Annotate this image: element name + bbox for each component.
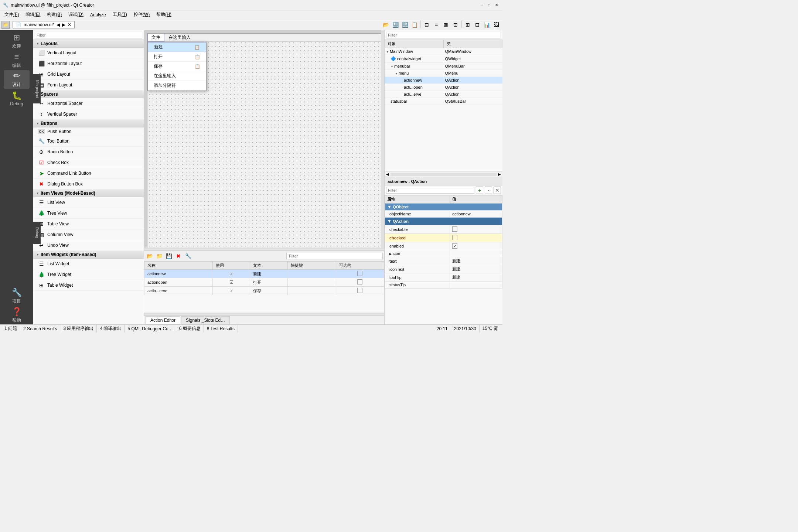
canvas-vscroll[interactable] [381,30,384,250]
status-search[interactable]: 2 Search Results [20,325,60,332]
toolbar-btn-9[interactable]: ⊞ [463,20,472,29]
status-compile[interactable]: 4 编译输出 [97,325,125,332]
tree-row-actionnew[interactable]: actionnew QAction [385,77,502,84]
menu-edit[interactable]: 编辑(E) [23,11,43,18]
left-icon-welcome[interactable]: ⊞ 欢迎 [4,32,30,50]
fifth-project-tab[interactable]: fifth project [33,74,41,103]
widget-filter-input[interactable] [35,32,142,38]
widget-dialog-button[interactable]: ✖ Dialog Button Box [33,179,144,190]
widget-form-layout[interactable]: ▤ Form Layout [33,80,144,91]
category-buttons[interactable]: Buttons [33,120,144,127]
dropdown-item-new[interactable]: 新建 📋 [148,42,206,52]
widget-table-view[interactable]: ⊞ Table View [33,219,144,229]
widget-horizontal-spacer[interactable]: ↔ Horizontal Spacer [33,98,144,109]
props-value-statustip[interactable] [450,282,502,289]
action-used-open[interactable]: ☑ [212,278,250,287]
widget-push-button[interactable]: OK Push Button [33,127,144,136]
dropdown-item-input[interactable]: 在这里输入 [148,71,206,81]
props-value-text[interactable]: 新建 [450,257,502,265]
props-value-checked[interactable] [450,234,502,242]
tree-row-mainwindow[interactable]: ▼MainWindow QMainWindow [385,48,502,55]
object-hscroll[interactable] [391,173,497,176]
menu-tools[interactable]: 工具(T) [110,11,130,18]
tree-row-statusbar[interactable]: statusbar QStatusBar [385,98,502,105]
menu-file[interactable]: 文件(F) [1,11,22,18]
scroll-left-btn[interactable]: ◀ [386,172,389,176]
widget-undo-view[interactable]: ↩ Undo View [33,240,144,251]
widget-tree-widget[interactable]: 🌲 Tree Widget [33,269,144,280]
widget-column-view[interactable]: ▨ Column View [33,229,144,240]
dropdown-item-open[interactable]: 打开 📋 [148,52,206,62]
widget-check-box[interactable]: ☑ Check Box [33,157,144,168]
props-row-checkable[interactable]: checkable [385,225,502,234]
props-row-icon[interactable]: ▶ icon [385,250,502,257]
widget-table-widget[interactable]: ⊞ Table Widget [33,280,144,291]
props-row-checked[interactable]: checked [385,234,502,242]
scroll-right-btn[interactable]: ▶ [498,172,501,176]
action-filter-input[interactable] [286,253,383,259]
left-icon-help[interactable]: ❓ 帮助 [4,306,30,324]
action-checkable-open[interactable] [336,278,384,287]
canvas-menu-file[interactable]: 文件 [147,33,164,42]
tab-close-icon[interactable]: ✕ [68,22,71,27]
status-qml[interactable]: 5 QML Debugger Co… [125,325,176,332]
status-app-output[interactable]: 3 应用程序输出 [60,325,97,332]
category-spacers[interactable]: Spacers [33,91,144,98]
toolbar-btn-11[interactable]: 📊 [482,20,491,29]
widget-list-widget[interactable]: ☰ List Widget [33,259,144,269]
menu-build[interactable]: 构建(B) [44,11,65,18]
props-row-enabled[interactable]: enabled ✓ [385,242,502,250]
widget-vertical-spacer[interactable]: ↕ Vertical Spacer [33,109,144,120]
status-problems[interactable]: 1 问题 [1,325,20,332]
left-icon-project[interactable]: 🔧 项目 [4,287,30,305]
canvas-menu-input[interactable]: 在这里输入 [164,33,195,42]
props-value-enabled[interactable]: ✓ [450,242,502,250]
props-row-icontext[interactable]: iconText 新建 [385,265,502,273]
tab-nav-left[interactable]: ◀ [57,22,60,27]
props-value-checkable[interactable] [450,225,502,234]
menu-debug[interactable]: 调试(D) [65,11,86,18]
canvas-hscroll[interactable] [144,248,381,250]
widget-radio-button[interactable]: ⊙ Radio Button [33,147,144,157]
dropdown-item-save[interactable]: 保存 📋 [148,62,206,71]
props-settings-btn[interactable]: ✕ [494,187,501,194]
action-settings-btn[interactable]: 🔧 [184,252,192,260]
checkable-checkbox[interactable] [452,226,457,232]
tree-row-menu[interactable]: ▼menu QMenu [385,70,502,77]
toolbar-btn-7[interactable]: ⊠ [441,20,450,29]
menu-help[interactable]: 帮助(H) [153,11,174,18]
props-row-tooltip[interactable]: toolTip 新建 [385,273,502,282]
left-icon-edit[interactable]: ≡ 编辑 [4,51,30,69]
props-remove-btn[interactable]: - [485,187,492,194]
action-used-save[interactable]: ☑ [212,287,250,295]
left-icon-design[interactable]: ✏ 设计 [4,70,30,89]
toolbar-btn-6[interactable]: ≡ [432,20,441,29]
props-value-icontext[interactable]: 新建 [450,265,502,273]
left-icon-debug[interactable]: 🐛 Debug [4,89,30,108]
tab-nav-right[interactable]: ▶ [62,22,65,27]
widget-command-link[interactable]: ➤ Command Link Button [33,168,144,179]
widget-list-view[interactable]: ☰ List View [33,197,144,208]
category-item-views[interactable]: Item Views (Model-Based) [33,190,144,197]
design-canvas[interactable]: 文件 在这里输入 新建 📋 打开 [144,30,384,250]
maximize-button[interactable]: □ [486,2,492,8]
action-delete-btn[interactable]: ✖ [174,252,183,260]
action-save-btn[interactable]: 💾 [165,252,173,260]
action-row-save[interactable]: actio...erve ☑ 保存 [144,287,384,295]
action-add-btn[interactable]: 📂 [146,252,154,260]
action-row-open[interactable]: actionopen ☑ 打开 [144,278,384,287]
toolbar-btn-4[interactable]: 📋 [410,20,419,29]
action-used-new[interactable]: ☑ [212,270,250,278]
tab-action-editor[interactable]: Action Editor [146,316,180,324]
tree-row-actionopen[interactable]: acti...open QAction [385,84,502,91]
toolbar-btn-3[interactable]: 🔜 [400,20,409,29]
props-row-statustip[interactable]: statusTip [385,282,502,289]
action-open-btn[interactable]: 📁 [155,252,163,260]
checked-checkbox[interactable] [452,235,457,240]
toolbar-btn-5[interactable]: ⊟ [422,20,431,29]
debug-tab[interactable]: Debug [33,222,41,244]
action-checkable-new[interactable] [336,270,384,278]
tree-row-centralwidget[interactable]: 🔷centralwidget QWidget [385,55,502,63]
enabled-checkbox[interactable]: ✓ [452,243,457,249]
dropdown-item-separator[interactable]: 添加分隔符 [148,81,206,91]
